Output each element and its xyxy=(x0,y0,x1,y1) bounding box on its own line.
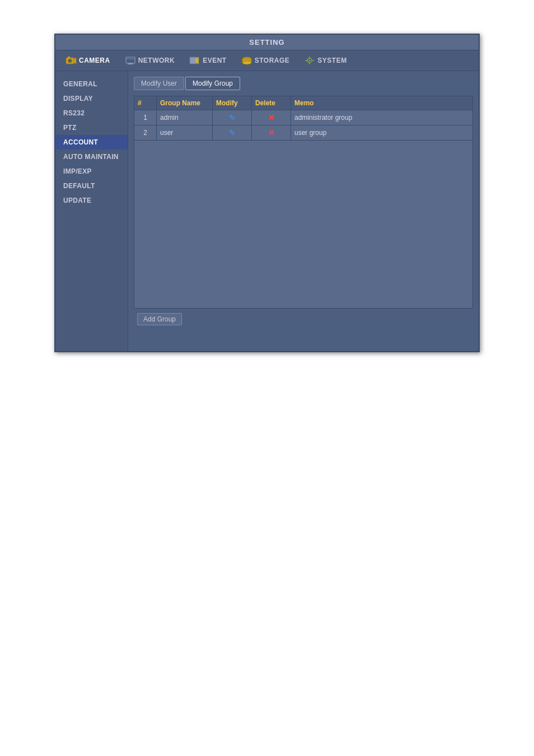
sidebar-item-display[interactable]: DISPLAY xyxy=(55,91,128,106)
camera-icon xyxy=(65,56,77,65)
col-header-delete: Delete xyxy=(252,96,291,110)
svg-rect-3 xyxy=(68,57,70,58)
table-header: # Group Name Modify Delete Memo xyxy=(134,96,472,110)
sidebar-item-general[interactable]: GENERAL xyxy=(55,77,128,91)
sidebar: GENERAL DISPLAY RS232 PTZ ACCOUNT AUTO M… xyxy=(55,71,128,351)
nav-event-label: EVENT xyxy=(203,57,227,64)
row2-num: 2 xyxy=(134,125,157,140)
nav-network-label: NETWORK xyxy=(138,57,175,64)
col-header-num: # xyxy=(134,96,157,110)
nav-item-storage[interactable]: STORAGE xyxy=(237,54,294,67)
nav-item-event[interactable]: EVENT xyxy=(185,54,231,67)
nav-camera-label: CAMERA xyxy=(79,57,110,64)
edit-icon[interactable]: ✎ xyxy=(229,128,236,137)
row2-modify-btn[interactable]: ✎ xyxy=(213,125,252,140)
nav-bar: CAMERA NETWORK EVENT xyxy=(55,50,479,71)
row1-modify-btn[interactable]: ✎ xyxy=(213,110,252,125)
add-group-section: Add Group xyxy=(134,309,473,330)
delete-icon[interactable]: ✕ xyxy=(268,128,275,137)
nav-system-label: SYSTEM xyxy=(317,57,346,64)
row2-delete-btn[interactable]: ✕ xyxy=(252,125,291,140)
main-content: Modify User Modify Group # Group Name Mo… xyxy=(128,71,479,351)
sidebar-item-default[interactable]: DEFAULT xyxy=(55,179,128,193)
title-bar: SETTING xyxy=(55,35,479,50)
tab-modify-user[interactable]: Modify User xyxy=(134,77,184,90)
sidebar-item-update[interactable]: UPDATE xyxy=(55,193,128,208)
group-table-container: # Group Name Modify Delete Memo xyxy=(134,96,473,309)
tab-modify-group[interactable]: Modify Group xyxy=(185,77,240,90)
nav-item-network[interactable]: NETWORK xyxy=(120,54,180,67)
sidebar-item-ptz[interactable]: PTZ xyxy=(55,120,128,135)
svg-point-2 xyxy=(69,60,71,62)
sidebar-item-rs232[interactable]: RS232 xyxy=(55,106,128,120)
event-icon xyxy=(189,56,200,65)
nav-item-camera[interactable]: CAMERA xyxy=(61,54,115,67)
window-title: SETTING xyxy=(249,38,284,46)
main-window: SETTING CAMERA xyxy=(54,34,480,352)
table-row: 2 user ✎ ✕ user group xyxy=(134,125,472,141)
storage-icon xyxy=(241,56,252,65)
svg-point-15 xyxy=(309,60,311,62)
sidebar-item-imp-exp[interactable]: IMP/EXP xyxy=(55,164,128,179)
nav-item-system[interactable]: SYSTEM xyxy=(299,54,351,67)
content-area: GENERAL DISPLAY RS232 PTZ ACCOUNT AUTO M… xyxy=(55,71,479,351)
svg-rect-8 xyxy=(129,63,132,64)
table-row: 1 admin ✎ ✕ administrator group xyxy=(134,110,472,125)
nav-storage-label: STORAGE xyxy=(255,57,290,64)
edit-icon[interactable]: ✎ xyxy=(229,113,236,122)
col-header-memo: Memo xyxy=(291,96,472,110)
network-icon xyxy=(125,56,136,65)
delete-icon[interactable]: ✕ xyxy=(268,113,275,122)
system-icon xyxy=(304,56,315,65)
row1-num: 1 xyxy=(134,110,157,125)
svg-rect-5 xyxy=(126,57,135,63)
sidebar-item-auto-maintain[interactable]: AUTO MAINTAIN xyxy=(55,150,128,164)
row1-memo: administrator group xyxy=(291,110,472,125)
sidebar-item-account[interactable]: ACCOUNT xyxy=(55,135,128,150)
col-header-modify: Modify xyxy=(213,96,252,110)
tab-row: Modify User Modify Group xyxy=(134,77,473,90)
row1-delete-btn[interactable]: ✕ xyxy=(252,110,291,125)
col-header-group-name: Group Name xyxy=(157,96,213,110)
row2-group-name: user xyxy=(157,125,213,140)
row2-memo: user group xyxy=(291,125,472,140)
svg-point-13 xyxy=(242,61,251,64)
svg-marker-4 xyxy=(74,58,76,64)
add-group-button[interactable]: Add Group xyxy=(137,313,182,325)
row1-group-name: admin xyxy=(157,110,213,125)
